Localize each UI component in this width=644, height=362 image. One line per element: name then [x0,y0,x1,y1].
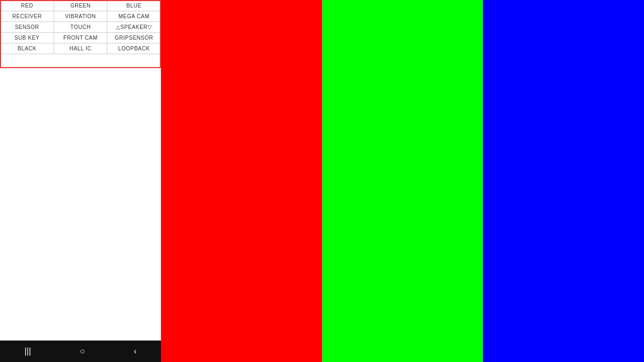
grid-item[interactable]: RED [1,1,54,11]
grid-item[interactable]: GREEN [54,1,108,11]
device-panel: REDGREENBLUERECEIVERVIBRATIONMEGA CAMSEN… [0,0,161,362]
grid-item[interactable]: HALL IC [54,43,108,54]
grid-item[interactable]: BLACK [1,43,54,54]
grid-item[interactable]: △SPEAKER▽ [107,22,161,33]
grid-item[interactable]: SENSOR [1,22,54,33]
grid-item[interactable]: FRONT CAM [54,33,108,43]
recents-icon[interactable]: ||| [24,346,31,356]
test-grid: REDGREENBLUERECEIVERVIBRATIONMEGA CAMSEN… [0,0,161,54]
grid-item[interactable]: GRIPSENSOR [107,33,161,43]
home-icon[interactable]: ○ [80,346,85,356]
red-panel [161,0,322,362]
green-panel [322,0,483,362]
grid-item[interactable]: SUB KEY [1,33,54,43]
grid-item[interactable]: RECEIVER [1,11,54,22]
grid-item[interactable]: TOUCH [54,22,108,33]
grid-item[interactable]: BLUE [107,1,161,11]
grid-wrapper: REDGREENBLUERECEIVERVIBRATIONMEGA CAMSEN… [0,0,161,341]
grid-item[interactable]: MEGA CAM [107,11,161,22]
grid-item[interactable]: LOOPBACK [107,43,161,54]
nav-bar: ||| ○ ‹ [0,341,161,362]
grid-item[interactable]: VIBRATION [54,11,108,22]
color-panels [161,0,644,362]
blue-panel [483,0,644,362]
back-icon[interactable]: ‹ [134,346,136,356]
